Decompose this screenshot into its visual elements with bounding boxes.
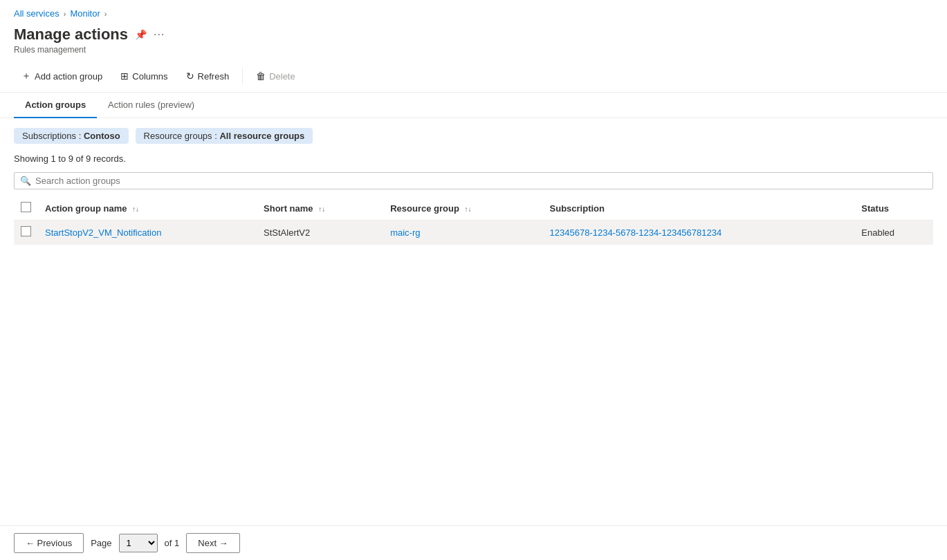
- col-subscription: Subscription: [543, 196, 855, 221]
- breadcrumb-sep-1: ›: [64, 10, 66, 18]
- action-groups-table: Action group name ↑↓ Short name ↑↓ Resou…: [14, 196, 933, 245]
- row-checkbox-cell: [14, 221, 38, 245]
- col-status: Status: [854, 196, 933, 221]
- add-action-group-button[interactable]: ＋ Add action group: [14, 66, 110, 86]
- table-container: Action group name ↑↓ Short name ↑↓ Resou…: [14, 196, 933, 245]
- table-header-row: Action group name ↑↓ Short name ↑↓ Resou…: [14, 196, 933, 221]
- tab-action-groups[interactable]: Action groups: [14, 93, 97, 118]
- row-short-name: StStAlertV2: [257, 221, 383, 245]
- refresh-icon: ↻: [186, 71, 194, 82]
- breadcrumb-sep-2: ›: [104, 10, 107, 18]
- toolbar: ＋ Add action group ⊞ Columns ↻ Refresh 🗑…: [0, 60, 947, 93]
- sort-icon-short: ↑↓: [318, 205, 325, 213]
- search-input[interactable]: [35, 176, 927, 186]
- page-header: Manage actions 📌 ···: [0, 21, 947, 44]
- col-resource-group[interactable]: Resource group ↑↓: [383, 196, 542, 221]
- subscription-filter-value: Contoso: [84, 131, 120, 141]
- tab-action-rules[interactable]: Action rules (preview): [97, 93, 205, 118]
- toolbar-separator: [242, 68, 243, 84]
- col-action-group-name[interactable]: Action group name ↑↓: [38, 196, 257, 221]
- subscription-filter-label: Subscriptions :: [22, 131, 84, 141]
- columns-label: Columns: [132, 71, 167, 82]
- columns-button[interactable]: ⊞ Columns: [113, 66, 175, 86]
- add-icon: ＋: [21, 70, 31, 82]
- action-group-link[interactable]: StartStopV2_VM_Notification: [45, 227, 161, 238]
- sort-icon-rg: ↑↓: [464, 205, 471, 213]
- row-name: StartStopV2_VM_Notification: [38, 221, 257, 245]
- add-action-group-label: Add action group: [35, 71, 102, 82]
- refresh-label: Refresh: [198, 71, 230, 82]
- resource-group-filter[interactable]: Resource groups : All resource groups: [136, 128, 313, 144]
- row-status: Enabled: [854, 221, 933, 245]
- refresh-button[interactable]: ↻ Refresh: [178, 66, 237, 86]
- tab-bar: Action groups Action rules (preview): [0, 93, 947, 118]
- delete-button[interactable]: 🗑 Delete: [248, 66, 303, 86]
- delete-icon: 🗑: [256, 71, 266, 82]
- delete-label: Delete: [269, 71, 295, 82]
- resource-group-link[interactable]: maic-rg: [390, 227, 420, 238]
- page-title: Manage actions: [14, 26, 128, 44]
- search-icon: 🔍: [20, 176, 31, 186]
- row-checkbox[interactable]: [21, 226, 31, 236]
- breadcrumb: All services › Monitor ›: [0, 0, 947, 21]
- pin-icon[interactable]: 📌: [135, 29, 147, 40]
- sort-icon-name: ↑↓: [132, 205, 139, 213]
- columns-icon: ⊞: [120, 71, 129, 82]
- resource-group-filter-label: Resource groups :: [144, 131, 220, 141]
- records-count: Showing 1 to 9 of 9 records.: [0, 151, 947, 169]
- col-short-name[interactable]: Short name ↑↓: [257, 196, 383, 221]
- breadcrumb-all-services[interactable]: All services: [14, 8, 59, 19]
- select-all-checkbox[interactable]: [21, 202, 31, 212]
- page-subtitle: Rules management: [0, 44, 947, 60]
- row-resource-group: maic-rg: [383, 221, 542, 245]
- table-row: StartStopV2_VM_Notification StStAlertV2 …: [14, 221, 933, 245]
- search-bar: 🔍: [14, 172, 933, 189]
- breadcrumb-monitor[interactable]: Monitor: [70, 8, 100, 19]
- subscription-filter[interactable]: Subscriptions : Contoso: [14, 128, 129, 144]
- filter-bar: Subscriptions : Contoso Resource groups …: [0, 118, 947, 151]
- row-subscription: 12345678-1234-5678-1234-123456781234: [543, 221, 855, 245]
- select-all-column: [14, 196, 38, 221]
- resource-group-filter-value: All resource groups: [219, 131, 304, 141]
- more-options-icon[interactable]: ···: [154, 28, 165, 41]
- subscription-link[interactable]: 12345678-1234-5678-1234-123456781234: [550, 227, 722, 238]
